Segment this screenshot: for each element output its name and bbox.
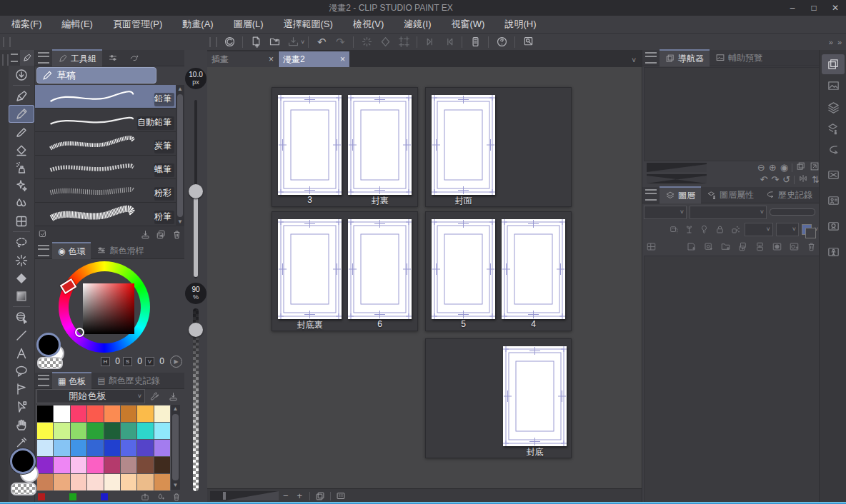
new-raster-layer-icon[interactable] — [684, 240, 698, 253]
color-swatch[interactable] — [104, 474, 120, 490]
eraser-tool[interactable] — [9, 141, 34, 158]
color-swatch[interactable] — [154, 423, 170, 439]
color-swatch[interactable] — [137, 423, 153, 439]
color-swatch[interactable] — [154, 474, 170, 490]
color-swatch[interactable] — [121, 423, 136, 439]
decoration-tool[interactable] — [9, 176, 34, 194]
color-swatch[interactable] — [121, 405, 136, 422]
tab-layer-property[interactable]: 圖層屬性 — [701, 187, 760, 203]
dock-grip[interactable] — [2, 54, 9, 66]
color-swatch[interactable] — [87, 474, 103, 490]
edit-color-set-icon[interactable] — [145, 391, 164, 402]
color-swatch[interactable] — [54, 440, 69, 456]
subtool-mechanical-pencil[interactable]: 自動鉛筆 — [35, 109, 176, 132]
color-swatch[interactable] — [87, 405, 103, 422]
subtool-charcoal[interactable]: 炭筆 — [35, 132, 176, 156]
lasso-tool[interactable] — [9, 233, 34, 251]
quick-color-swatch[interactable] — [101, 493, 108, 500]
airbrush-tool[interactable] — [9, 158, 34, 176]
subtool-chalk[interactable]: 粉筆 — [35, 203, 176, 226]
saturation-value-square[interactable] — [83, 283, 134, 334]
line-tool[interactable] — [9, 326, 34, 344]
main-color-chip[interactable] — [10, 448, 36, 474]
page-thumbnail[interactable] — [503, 346, 567, 446]
menu-animation[interactable]: 動畫(A) — [182, 18, 213, 31]
brush-size-badge[interactable]: 10.0 px — [185, 68, 206, 89]
reference-layer-icon[interactable] — [682, 223, 695, 236]
dock-layer-button[interactable] — [822, 97, 845, 117]
sv-cursor[interactable] — [75, 328, 84, 337]
color-swatch[interactable] — [71, 423, 86, 439]
transfer-layer-icon[interactable] — [735, 240, 750, 253]
color-swatch[interactable] — [154, 440, 170, 456]
nav-flip-horizontal-icon[interactable] — [798, 173, 808, 186]
quick-color-swatch[interactable] — [38, 493, 45, 500]
layer-palette-dropdown[interactable]: ˅ — [644, 206, 687, 219]
actual-size-icon[interactable] — [334, 491, 348, 501]
menu-file[interactable]: 檔案(F) — [11, 18, 42, 31]
menu-layer[interactable]: 圖層(L) — [234, 18, 264, 31]
toolbar-overflow-icon[interactable]: » — [829, 38, 833, 46]
nav-zoom-in-icon[interactable]: ⊕ — [769, 162, 777, 173]
tab-sub-view[interactable]: 輔助預覽 — [710, 50, 768, 66]
close-tab-icon[interactable]: × — [340, 54, 345, 64]
color-swatch[interactable] — [87, 457, 103, 473]
color-swatch[interactable] — [37, 457, 53, 473]
menu-selection[interactable]: 選擇範圍(S) — [284, 18, 333, 31]
color-swatch[interactable] — [104, 457, 120, 473]
page-thumbnail[interactable] — [278, 219, 342, 319]
page-thumbnail[interactable] — [348, 95, 412, 195]
zoom-out-icon[interactable]: − — [283, 490, 289, 501]
page-spread-group[interactable]: 封底裏6 — [272, 211, 418, 331]
subtool-pencil[interactable]: 鉛筆 — [35, 85, 176, 109]
clip-studio-logo-icon[interactable] — [221, 35, 238, 49]
color-mode-toggle-icon[interactable]: ▶ — [170, 356, 182, 368]
pen-tool[interactable] — [9, 87, 34, 105]
snap-icon[interactable] — [377, 35, 394, 49]
page-thumbnail[interactable] — [432, 219, 495, 319]
zoom-slider[interactable] — [210, 491, 279, 500]
ruler-dropdown[interactable]: ˅ — [776, 223, 799, 236]
transparent-color-chip[interactable] — [37, 357, 63, 369]
tab-layer[interactable]: 圖層 — [660, 186, 701, 203]
object-3d-tool[interactable] — [9, 308, 34, 326]
maximize-button[interactable]: □ — [803, 0, 825, 16]
color-swatch[interactable] — [137, 474, 153, 490]
save-icon[interactable] — [284, 35, 302, 49]
tab-history[interactable]: 歷史記錄 — [760, 187, 818, 203]
new-vector-layer-icon[interactable] — [701, 240, 715, 253]
crop-frame-icon[interactable] — [395, 35, 412, 49]
page-thumbnail[interactable] — [348, 219, 412, 319]
help-icon[interactable] — [493, 35, 510, 49]
toolbar-grip[interactable] — [3, 37, 11, 47]
panel-menu-icon[interactable] — [38, 375, 49, 386]
opacity-slider-thumb[interactable] — [189, 323, 203, 337]
menu-view[interactable]: 檢視(V) — [353, 18, 384, 31]
subtool-pastel[interactable]: 粉彩 — [35, 179, 176, 203]
toolbar-grip-2[interactable] — [209, 37, 217, 47]
tab-color-slider[interactable]: 顏色滑桿 — [91, 243, 149, 258]
page-thumbnail[interactable] — [502, 219, 565, 319]
color-swatch[interactable] — [121, 457, 136, 473]
delete-color-icon[interactable] — [169, 492, 184, 502]
menu-page-manage[interactable]: 頁面管理(P) — [113, 18, 162, 31]
gradient-tool[interactable] — [9, 287, 34, 305]
color-swatch[interactable] — [54, 474, 69, 490]
page-thumbnail[interactable] — [278, 95, 342, 195]
navigator-zoom-slider[interactable] — [647, 163, 707, 172]
color-swatch[interactable] — [37, 405, 53, 422]
prev-page-icon[interactable] — [440, 35, 457, 49]
color-swatch[interactable] — [54, 405, 69, 422]
tool-palette-menu-icon[interactable] — [11, 54, 18, 62]
draft-layer-icon[interactable] — [698, 223, 711, 236]
color-swatch[interactable] — [104, 423, 120, 439]
layer-opacity-slider[interactable] — [770, 208, 815, 216]
nav-rotate-left-icon[interactable]: ↶ — [760, 174, 767, 185]
toolbar-overflow-icon-2[interactable]: » — [837, 38, 842, 46]
dock-sub-view-button[interactable] — [822, 76, 845, 96]
dock-material-all-button[interactable] — [822, 164, 845, 184]
balloon-tool[interactable] — [9, 362, 34, 380]
color-swatch[interactable] — [154, 457, 170, 473]
color-swatch[interactable] — [121, 440, 136, 456]
color-set-scrollbar[interactable]: ▲ ▼ — [171, 405, 180, 490]
